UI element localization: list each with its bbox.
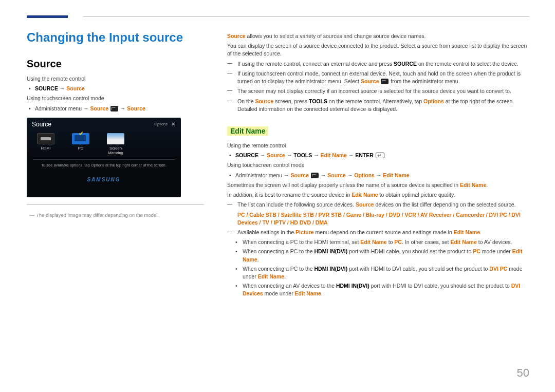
intro-p2: You can display the screen of a source d… bbox=[227, 42, 529, 58]
top-rule bbox=[27, 15, 529, 18]
intro-line: Source allows you to select a variety of… bbox=[227, 32, 529, 40]
sub2: When connecting a PC to the HDMI IN(DVI)… bbox=[227, 248, 529, 263]
sometimes-line: Sometimes the screen will not display pr… bbox=[227, 181, 529, 189]
inaddition-line: In addition, it is best to rename the so… bbox=[227, 191, 529, 199]
dash-tools: On the Source screen, press TOOLS on the… bbox=[227, 98, 529, 113]
left-column: Changing the Input source Source Using t… bbox=[27, 30, 204, 300]
touch-path: Administrator menu → Source → Source bbox=[27, 105, 204, 113]
en-touch-path: Administrator menu → Source → Source → O… bbox=[227, 172, 529, 179]
check-icon: ✔ bbox=[79, 130, 84, 137]
source-item-hdmi[interactable]: HDMI bbox=[34, 133, 58, 155]
sub1: When connecting a PC to the HDMI termina… bbox=[227, 238, 529, 246]
page-number: 50 bbox=[517, 366, 529, 380]
right-column: Source allows you to select a variety of… bbox=[227, 30, 529, 300]
enter-icon bbox=[376, 153, 384, 158]
source-icon bbox=[110, 106, 118, 111]
en-using-remote: Using the remote control bbox=[227, 142, 529, 150]
en-remote-path: SOURCE → Source → TOOLS → Edit Name → EN… bbox=[227, 152, 529, 159]
panel-hint: To see available options, tap Options at… bbox=[27, 163, 181, 167]
avail-line: Available settings in the Picture menu d… bbox=[227, 229, 529, 236]
close-icon[interactable]: ✕ bbox=[171, 122, 176, 127]
dash-remote: If using the remote control, connect an … bbox=[227, 60, 529, 68]
content-columns: Changing the Input source Source Using t… bbox=[27, 30, 529, 300]
model-footnote: The displayed image may differ depending… bbox=[27, 212, 204, 218]
source-icon bbox=[381, 79, 388, 84]
using-touch-label: Using touchscreen control mode bbox=[27, 95, 204, 102]
hdmi-icon bbox=[37, 133, 54, 144]
using-remote-label: Using the remote control bbox=[27, 75, 204, 83]
left-divider bbox=[27, 204, 204, 205]
page-title: Changing the Input source bbox=[27, 30, 204, 45]
listcan-line: The list can include the following sourc… bbox=[227, 201, 529, 227]
screen-mirroring-icon bbox=[107, 133, 124, 144]
device-list: PC / Cable STB / Satellite STB / PVR STB… bbox=[237, 211, 529, 227]
source-icon bbox=[311, 173, 319, 178]
source-item-screen-mirroring[interactable]: Screen Mirroring bbox=[104, 133, 127, 155]
remote-path: SOURCE → Source bbox=[27, 85, 204, 92]
sub4: When connecting an AV devices to the HDM… bbox=[227, 282, 529, 297]
source-heading: Source bbox=[27, 58, 204, 70]
en-using-touch: Using touchscreen control mode bbox=[227, 161, 529, 169]
dash-touch: If using touchscreen control mode, conne… bbox=[227, 70, 529, 85]
panel-options[interactable]: Options bbox=[154, 122, 168, 126]
edit-name-heading: Edit Name bbox=[227, 126, 268, 136]
divider-line bbox=[83, 16, 529, 17]
source-panel: Source Options ✕ ✔ HDMI PC Screen bbox=[27, 118, 181, 197]
dash-incorrect: The screen may not display correctly if … bbox=[227, 87, 529, 95]
sub3: When connecting a PC to the HDMI IN(DVI)… bbox=[227, 265, 529, 281]
samsung-logo: SAMSUNG bbox=[27, 177, 181, 182]
panel-title: Source bbox=[32, 121, 51, 128]
accent-bar bbox=[27, 15, 68, 18]
